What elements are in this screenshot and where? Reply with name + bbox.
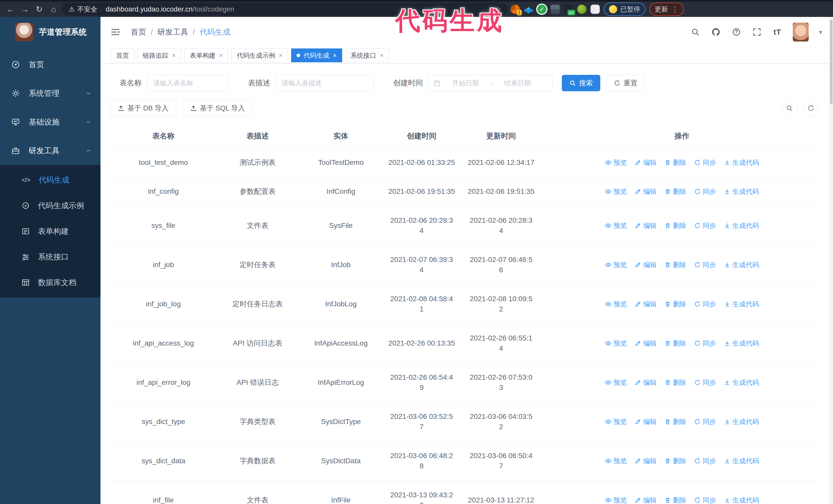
preview-link[interactable]: 预览 (605, 338, 627, 349)
edit-link[interactable]: 编辑 (635, 220, 657, 231)
delete-link[interactable]: 删除 (664, 186, 686, 197)
sync-link[interactable]: 同步 (694, 158, 716, 168)
generate-code-link[interactable]: 生成代码 (724, 456, 759, 466)
import-db-button[interactable]: 基于 DB 导入 (110, 100, 176, 116)
tab-home[interactable]: 首页 (111, 48, 134, 62)
tab-codegen-example[interactable]: 代码生成示例× (231, 48, 288, 62)
fullscreen-icon[interactable] (752, 27, 762, 37)
sidebar-toggle-icon[interactable] (110, 27, 120, 37)
preview-link[interactable]: 预览 (605, 158, 627, 168)
app-logo[interactable]: 芋道管理系统 (0, 17, 100, 47)
sync-link[interactable]: 同步 (694, 220, 716, 231)
show-search-toggle-button[interactable] (782, 100, 797, 116)
preview-link[interactable]: 预览 (605, 220, 627, 231)
font-size-icon[interactable]: tT (772, 27, 783, 37)
browser-reload-button[interactable]: ↻ (33, 3, 45, 15)
sync-link[interactable]: 同步 (694, 416, 716, 427)
tab-form-builder[interactable]: 表单构建× (184, 48, 228, 62)
tab-trace[interactable]: 链路追踪× (137, 48, 181, 62)
preview-link[interactable]: 预览 (605, 416, 627, 427)
close-icon[interactable]: × (219, 51, 223, 59)
sync-link[interactable]: 同步 (694, 377, 716, 388)
sync-link[interactable]: 同步 (694, 495, 716, 504)
extension-icon-dark[interactable]: on (564, 5, 573, 14)
edit-link[interactable]: 编辑 (635, 186, 657, 197)
sync-link[interactable]: 同步 (694, 456, 716, 466)
page-scrollbar[interactable] (829, 17, 833, 504)
edit-link[interactable]: 编辑 (635, 377, 657, 388)
avatar-caret-down-icon[interactable]: ▾ (819, 28, 822, 36)
generate-code-link[interactable]: 生成代码 (724, 158, 759, 168)
sidebar-item-infra[interactable]: 基础设施 (0, 108, 100, 136)
sidebar-item-codegen-example[interactable]: 代码生成示例 (0, 193, 100, 218)
browser-back-button[interactable]: ← (5, 3, 17, 15)
search-button[interactable]: 搜索 (562, 75, 600, 91)
refresh-table-button[interactable] (803, 100, 819, 116)
extension-check-icon[interactable]: ✓ (537, 5, 546, 14)
preview-link[interactable]: 预览 (605, 186, 627, 197)
start-date-input[interactable] (443, 79, 488, 88)
import-sql-button[interactable]: 基于 SQL 导入 (183, 100, 253, 116)
tab-system-api[interactable]: 系统接口× (345, 48, 389, 62)
preview-link[interactable]: 预览 (605, 495, 627, 504)
table-name-input[interactable] (147, 75, 229, 91)
sidebar-item-system-api[interactable]: 系统接口 (0, 244, 100, 270)
edit-link[interactable]: 编辑 (635, 456, 657, 466)
edit-link[interactable]: 编辑 (635, 495, 657, 504)
preview-link[interactable]: 预览 (605, 260, 627, 270)
generate-code-link[interactable]: 生成代码 (724, 299, 759, 309)
delete-link[interactable]: 删除 (664, 495, 686, 504)
extension-grid-icon[interactable] (551, 5, 560, 14)
sidebar-item-system[interactable]: 系统管理 (0, 79, 100, 108)
security-indicator[interactable]: ⚠ 不安全 (69, 5, 97, 14)
generate-code-link[interactable]: 生成代码 (724, 220, 759, 231)
delete-link[interactable]: 删除 (664, 456, 686, 466)
edit-link[interactable]: 编辑 (635, 158, 657, 168)
preview-link[interactable]: 预览 (605, 456, 627, 466)
delete-link[interactable]: 删除 (664, 416, 686, 427)
delete-link[interactable]: 删除 (664, 220, 686, 231)
close-icon[interactable]: × (172, 51, 176, 59)
edit-link[interactable]: 编辑 (635, 416, 657, 427)
scrollbar-thumb[interactable] (830, 20, 832, 104)
generate-code-link[interactable]: 生成代码 (724, 416, 759, 427)
browser-forward-button[interactable]: → (19, 3, 31, 15)
edit-link[interactable]: 编辑 (635, 299, 657, 309)
extension-icon-green[interactable] (577, 5, 587, 14)
preview-link[interactable]: 预览 (605, 299, 627, 309)
delete-link[interactable]: 删除 (664, 338, 686, 349)
sidebar-item-home[interactable]: 首页 (0, 50, 100, 79)
generate-code-link[interactable]: 生成代码 (724, 495, 759, 504)
breadcrumb-devtools[interactable]: 研发工具 (158, 27, 188, 38)
extensions-puzzle-icon[interactable] (591, 5, 600, 14)
extension-gem-icon[interactable] (524, 5, 533, 14)
close-icon[interactable]: × (380, 51, 384, 59)
search-icon[interactable] (690, 27, 700, 37)
sidebar-item-form-builder[interactable]: 表单构建 (0, 218, 100, 244)
breadcrumb-home[interactable]: 首页 (131, 27, 146, 38)
preview-link[interactable]: 预览 (605, 377, 627, 388)
sync-link[interactable]: 同步 (694, 299, 716, 309)
tab-codegen[interactable]: 代码生成× (291, 48, 342, 62)
table-desc-input[interactable] (275, 75, 374, 91)
help-icon[interactable] (731, 27, 741, 37)
delete-link[interactable]: 删除 (664, 299, 686, 309)
sidebar-item-codegen[interactable]: </> 代码生成 (0, 167, 100, 193)
edit-link[interactable]: 编辑 (635, 260, 657, 270)
delete-link[interactable]: 删除 (664, 377, 686, 388)
generate-code-link[interactable]: 生成代码 (724, 338, 759, 349)
sync-link[interactable]: 同步 (694, 260, 716, 270)
update-chip[interactable]: 更新 ⋮ (649, 3, 684, 16)
sync-link[interactable]: 同步 (694, 338, 716, 349)
sidebar-item-devtools[interactable]: 研发工具 (0, 136, 100, 165)
extension-icon[interactable]: 1 (510, 5, 520, 14)
github-icon[interactable] (711, 27, 721, 37)
delete-link[interactable]: 删除 (664, 260, 686, 270)
sidebar-item-db-docs[interactable]: 数据库文档 (0, 270, 100, 295)
generate-code-link[interactable]: 生成代码 (724, 186, 759, 197)
generate-code-link[interactable]: 生成代码 (724, 377, 759, 388)
close-icon[interactable]: × (333, 51, 337, 59)
sync-link[interactable]: 同步 (694, 186, 716, 197)
paused-chip[interactable]: 已暂停 (604, 3, 645, 16)
user-avatar[interactable] (793, 23, 809, 42)
